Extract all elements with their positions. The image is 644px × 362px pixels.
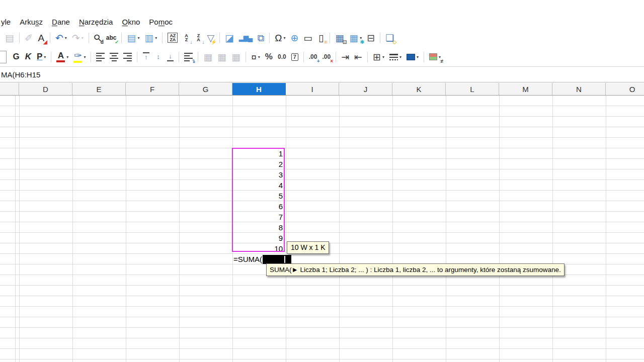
column-button[interactable]: ▥▾ [142, 30, 159, 45]
menu-item-tools[interactable]: Narzędzia [74, 17, 118, 27]
dropdown-arrow-icon[interactable]: ▾ [417, 55, 419, 59]
cell-value[interactable]: 5 [232, 191, 284, 201]
row-button[interactable]: ▤▾ [125, 30, 141, 45]
dropdown-arrow-icon[interactable]: ▾ [65, 36, 67, 40]
font-size-input-partial[interactable] [0, 51, 7, 63]
column-header-K[interactable]: K [392, 83, 446, 95]
cell-value[interactable]: 8 [232, 222, 284, 233]
menu-item-help[interactable]: Pomoc [144, 17, 177, 27]
sheet-grid[interactable]: 12345678910 [0, 96, 644, 362]
currency-format-button[interactable]: ¤▾ [249, 49, 262, 64]
column-header-E[interactable]: E [72, 83, 126, 95]
cell-value[interactable]: 7 [232, 212, 284, 222]
toolbar-standard: ▤✐A◢↶▾↷▾⚲dabc✓▤▾▥▾AZZAAZ↓ZA↓▽⚡◪▂▆▄⧉Ω▾⊕▭▯… [0, 28, 644, 47]
border-color-button[interactable]: ▾ [405, 49, 421, 64]
sort-button[interactable]: AZZA [166, 30, 180, 45]
cell-value[interactable]: 4 [232, 180, 284, 191]
percent-format-button[interactable]: % [263, 49, 275, 64]
delete-decimal-button[interactable]: .00× [320, 49, 333, 64]
align-bottom-button[interactable]: ↓ [165, 49, 176, 64]
dropdown-arrow-icon[interactable]: ▾ [382, 55, 384, 59]
special-character-button[interactable]: Ω▾ [273, 30, 287, 45]
dropdown-arrow-icon[interactable]: ▾ [258, 55, 260, 59]
sort-ascending-button[interactable]: AZ↓ [181, 30, 192, 45]
dropdown-arrow-icon[interactable]: ▾ [66, 55, 68, 59]
dropdown-arrow-icon[interactable]: ▾ [44, 55, 46, 59]
add-decimal-button[interactable]: .00+ [307, 49, 319, 64]
decrease-indent-button[interactable]: ⇤ [352, 49, 364, 64]
align-center-button[interactable] [108, 49, 120, 64]
cell-value[interactable]: 3 [232, 169, 284, 180]
menu-item-sheet[interactable]: Arkusz [15, 17, 47, 27]
dropdown-arrow-icon[interactable]: ▾ [283, 36, 285, 40]
dropdown-arrow-icon[interactable]: ▾ [399, 55, 401, 59]
menu-item-styles[interactable]: yle [0, 17, 15, 27]
center-vertically-button[interactable]: ↕ [152, 49, 164, 64]
dropdown-arrow-icon[interactable]: ▾ [155, 36, 157, 40]
menu-item-data[interactable]: Dane [47, 17, 74, 27]
toolbar-separator [424, 52, 424, 62]
column-header-M[interactable]: M [499, 83, 552, 95]
freeze-panes-icon-badge: ✱ [360, 40, 364, 45]
headers-footers-button[interactable]: ▯≡ [315, 30, 327, 45]
italic-button[interactable]: K [23, 49, 34, 64]
borders-button[interactable]: ⊞▾ [371, 49, 386, 64]
spelling-button[interactable]: abc✓ [104, 30, 119, 45]
draw-functions-button[interactable]: ❏◇ [383, 30, 396, 45]
date-format-button[interactable]: 7 [289, 49, 300, 64]
formula-cell[interactable]: =SUMA( [233, 254, 291, 264]
chart-button[interactable]: ▂▆▄ [237, 30, 254, 45]
find-replace-button[interactable]: ⚲d [92, 30, 103, 45]
cell-value[interactable]: 10 [232, 243, 284, 254]
image-button[interactable]: ◪ [223, 30, 236, 45]
column-header-L[interactable]: L [446, 83, 499, 95]
wrap-text-button[interactable]: ↴ [182, 49, 195, 64]
highlight-color-button[interactable]: ✑▾ [71, 49, 88, 64]
cell-value[interactable]: 6 [232, 201, 284, 212]
split-window-button[interactable]: ⊟ [365, 30, 377, 45]
column-header-N[interactable]: N [552, 83, 606, 95]
column-header-J[interactable]: J [339, 83, 392, 95]
redo-button[interactable]: ↷▾ [70, 30, 86, 45]
align-right-button[interactable] [121, 49, 134, 64]
autofilter-button[interactable]: ▽⚡ [205, 30, 216, 45]
column-header-O[interactable]: O [606, 83, 644, 95]
clear-formatting-button[interactable]: A◢ [36, 30, 47, 45]
column-header-I[interactable]: I [286, 83, 339, 95]
cell-value[interactable]: 9 [232, 233, 284, 243]
column-header-partial[interactable] [0, 83, 19, 95]
dropdown-arrow-icon[interactable]: ▾ [82, 36, 84, 40]
sort-descending-button[interactable]: ZA↓ [193, 30, 204, 45]
conditional-formatting-button[interactable]: ≠▾ [427, 49, 443, 64]
merge-center-button[interactable]: ▦ [215, 49, 228, 64]
pivot-table-button[interactable]: ⧉ [255, 30, 266, 45]
undo-button[interactable]: ↶▾ [53, 30, 69, 45]
comment-button[interactable]: ▭ [301, 30, 314, 45]
menu-item-window[interactable]: Okno [117, 17, 144, 27]
bold-button[interactable]: G [11, 49, 22, 64]
unmerge-cells-button[interactable]: ▦ [229, 49, 243, 64]
hyperlink-button[interactable]: ⊕ [288, 30, 300, 45]
formula-input-text[interactable]: MA(H6:H15 [1, 70, 40, 79]
increase-indent-button[interactable]: ⇥ [339, 49, 351, 64]
print-area-button[interactable]: ▦⊡ [333, 30, 346, 45]
clone-formatting-button[interactable]: ✐ [23, 30, 35, 45]
align-left-button[interactable] [94, 49, 107, 64]
column-header-G[interactable]: G [179, 83, 232, 95]
column-header-H[interactable]: H [232, 83, 286, 95]
dropdown-arrow-icon[interactable]: ▾ [137, 36, 139, 40]
font-color-button[interactable]: A▾ [54, 49, 70, 64]
freeze-panes-button[interactable]: ▦✱▾ [347, 30, 364, 45]
dropdown-arrow-icon[interactable]: ▾ [84, 55, 86, 59]
number-format-button[interactable]: 0.0 [276, 49, 288, 64]
cell-value[interactable]: 2 [232, 159, 284, 169]
column-header-D[interactable]: D [19, 83, 72, 95]
merge-cells-button[interactable]: ▦ [201, 49, 214, 64]
underline-button[interactable]: P▾ [35, 49, 48, 64]
paste-button[interactable]: ▤ [3, 30, 16, 45]
cell-value[interactable]: 1 [232, 148, 284, 159]
formula-bar[interactable]: MA(H6:H15 [0, 67, 644, 82]
align-top-button[interactable]: ↑ [140, 49, 151, 64]
column-header-F[interactable]: F [126, 83, 179, 95]
border-style-button[interactable]: ▾ [387, 49, 404, 64]
